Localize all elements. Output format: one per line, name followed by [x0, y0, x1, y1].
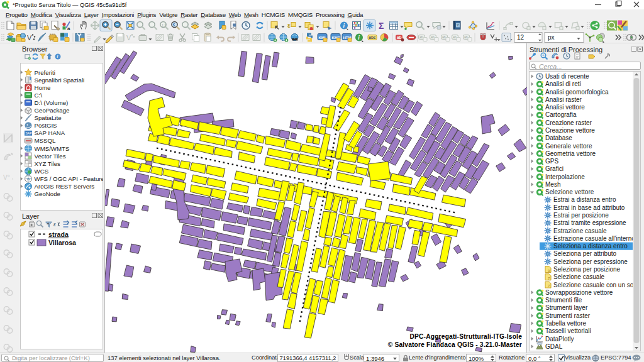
svg-text:Selezione casuale: Selezione casuale	[553, 273, 605, 280]
svg-text:Estrazione casuale all'interno: Estrazione casuale all'interno di s...	[553, 235, 640, 242]
svg-text:SAP HANA: SAP HANA	[35, 129, 65, 136]
svg-text:GPS: GPS	[545, 158, 558, 165]
svg-text:Cartografia: Cartografia	[545, 111, 577, 118]
svg-text:Estrai in base ad attributo: Estrai in base ad attributo	[553, 204, 625, 211]
svg-text:WCS: WCS	[35, 168, 49, 175]
svg-text:strada: strada	[48, 231, 69, 238]
svg-text:ArcGIS REST Servers: ArcGIS REST Servers	[35, 183, 95, 190]
svg-text:Selezione vettore: Selezione vettore	[545, 189, 594, 195]
svg-text:px: px	[548, 34, 555, 41]
svg-text:Creazione raster: Creazione raster	[545, 119, 592, 126]
svg-text:WMS/WMTS: WMS/WMTS	[35, 145, 70, 152]
svg-text:GDAL: GDAL	[545, 343, 563, 350]
svg-text:Geometria vettore: Geometria vettore	[545, 150, 596, 157]
svg-text:ab: ab	[453, 35, 457, 39]
svg-text:MSSQL: MSSQL	[35, 137, 57, 144]
svg-text:a: a	[67, 26, 70, 31]
svg-text:Segnalibri Spaziali: Segnalibri Spaziali	[35, 77, 85, 84]
svg-text:GeoPackage: GeoPackage	[35, 107, 70, 114]
svg-text:Analisi vettore: Analisi vettore	[545, 104, 585, 111]
svg-text:XYZ Tiles: XYZ Tiles	[35, 160, 61, 167]
svg-text:abc: abc	[369, 35, 377, 40]
svg-text:Estrai a distanza entro: Estrai a distanza entro	[553, 196, 616, 203]
svg-text:Vector Tiles: Vector Tiles	[35, 153, 66, 160]
svg-text:ab: ab	[431, 35, 435, 39]
svg-text:12: 12	[517, 34, 525, 41]
svg-text:ε: ε	[53, 221, 56, 228]
svg-text:Database: Database	[545, 134, 572, 141]
svg-text:ab: ab	[442, 35, 446, 39]
svg-text:GeoNode: GeoNode	[35, 190, 60, 197]
svg-text:Strumenti raster: Strumenti raster	[545, 312, 591, 319]
svg-text:Sovrapposizione vettore: Sovrapposizione vettore	[545, 289, 613, 296]
svg-text:PostGIS: PostGIS	[35, 122, 58, 129]
svg-text:Seleziona per posizione: Seleziona per posizione	[553, 266, 621, 273]
svg-text:Analisi di reti: Analisi di reti	[545, 80, 581, 87]
svg-text:Interpolazione: Interpolazione	[545, 173, 585, 180]
svg-text:ab: ab	[397, 35, 402, 40]
svg-text:Home: Home	[35, 84, 51, 91]
svg-text:Creazione vettore: Creazione vettore	[545, 127, 595, 134]
svg-text:1:1: 1:1	[162, 23, 166, 27]
svg-text:C:\: C:\	[35, 92, 43, 99]
svg-text:Analisi geomorfologica: Analisi geomorfologica	[545, 89, 609, 96]
svg-text:Mesh: Mesh	[545, 181, 560, 188]
svg-text:Tasselli vettoriali: Tasselli vettoriali	[545, 327, 591, 334]
svg-text:DataPlotly: DataPlotly	[545, 336, 574, 343]
svg-text:Selezione casuale con un sotto: Selezione casuale con un sottoinsi...	[553, 282, 640, 288]
svg-text:ab: ab	[464, 35, 468, 39]
svg-text:Analisi raster: Analisi raster	[545, 96, 582, 103]
svg-text:SpatiaLite: SpatiaLite	[35, 114, 62, 121]
svg-text:V: V	[126, 34, 131, 41]
svg-text:Usati di recente: Usati di recente	[545, 73, 589, 80]
svg-text:Estrai tramite espressione: Estrai tramite espressione	[553, 219, 626, 226]
svg-text:WFS / OGC API - Features: WFS / OGC API - Features	[35, 175, 104, 182]
svg-text:Estrai per posizione: Estrai per posizione	[553, 212, 609, 219]
svg-text:Σ: Σ	[379, 21, 384, 31]
svg-text:ab: ab	[419, 35, 423, 39]
svg-text:V: V	[27, 34, 32, 41]
svg-text:Seleziona per attributo: Seleziona per attributo	[553, 250, 617, 257]
svg-text:Generale vettore: Generale vettore	[545, 143, 592, 150]
svg-text:Seleziona per espressione: Seleziona per espressione	[553, 258, 628, 265]
svg-text:Strumenti layer: Strumenti layer	[545, 304, 588, 311]
svg-text:Grafici: Grafici	[545, 165, 564, 172]
svg-text:Estrazione casuale: Estrazione casuale	[553, 228, 607, 234]
svg-text:SAP: SAP	[26, 131, 33, 135]
svg-text:Seleziona a distanza entro: Seleziona a distanza entro	[553, 243, 628, 250]
svg-text:Villarosa: Villarosa	[48, 239, 76, 246]
svg-text:i: i	[57, 54, 58, 58]
svg-text:Preferiti: Preferiti	[35, 69, 55, 76]
svg-text:V°: V°	[3, 174, 10, 181]
svg-text:Tabella vettore: Tabella vettore	[545, 320, 586, 327]
svg-text:ε: ε	[287, 22, 291, 29]
svg-text:W: W	[27, 177, 31, 181]
svg-text:Strumenti file: Strumenti file	[545, 297, 582, 304]
svg-text:D:\ (Volume): D:\ (Volume)	[35, 99, 69, 106]
